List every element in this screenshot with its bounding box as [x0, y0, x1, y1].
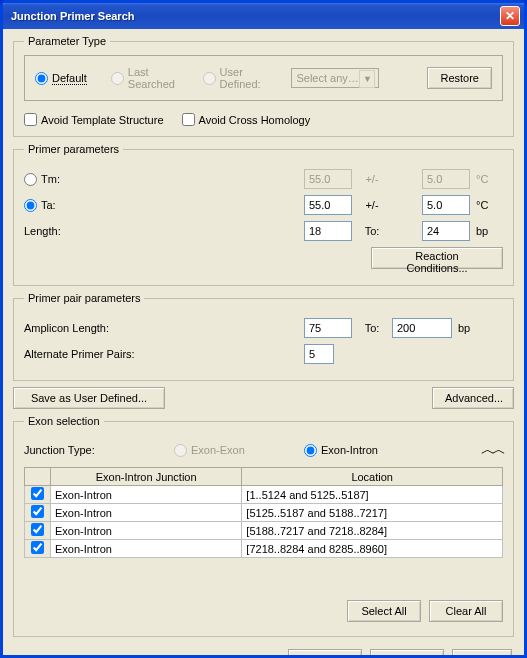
primer-parameters-legend: Primer parameters — [24, 143, 123, 155]
exon-exon-label: Exon-Exon — [191, 444, 245, 456]
row-checkbox[interactable] — [31, 487, 44, 500]
exon-exon-radio: Exon-Exon — [174, 444, 304, 457]
table-location-header[interactable]: Location — [242, 468, 503, 486]
length-from-input[interactable] — [304, 221, 352, 241]
close-icon[interactable]: ✕ — [500, 6, 520, 26]
row-checkbox-cell[interactable] — [25, 522, 51, 540]
select-all-button[interactable]: Select All — [347, 600, 421, 622]
restore-button[interactable]: Restore — [427, 67, 492, 89]
primer-parameters-group: Primer parameters Tm: +/- °C Ta: +/- °C — [13, 143, 514, 286]
primer-pair-parameters-legend: Primer pair parameters — [24, 292, 144, 304]
alternate-pairs-label: Alternate Primer Pairs: — [24, 348, 304, 360]
default-radio-label: Default — [52, 72, 87, 85]
reaction-conditions-button[interactable]: Reaction Conditions... — [371, 247, 503, 269]
tm-pm-label: +/- — [352, 173, 392, 185]
exon-intron-radio[interactable]: Exon-Intron — [304, 444, 378, 457]
parameter-type-legend: Parameter Type — [24, 35, 110, 47]
row-location: [5188..7217 and 7218..8284] — [242, 522, 503, 540]
row-checkbox-cell[interactable] — [25, 486, 51, 504]
exon-intron-label: Exon-Intron — [321, 444, 378, 456]
avoid-template-label: Avoid Template Structure — [41, 114, 164, 126]
table-check-header — [25, 468, 51, 486]
avoid-cross-label: Avoid Cross Homology — [199, 114, 311, 126]
length-to-input[interactable] — [422, 221, 470, 241]
parameter-type-group: Parameter Type Default Last Searched Use… — [13, 35, 514, 137]
exon-selection-legend: Exon selection — [24, 415, 104, 427]
ta-value-input[interactable] — [304, 195, 352, 215]
table-row[interactable]: Exon-Intron[1..5124 and 5125..5187] — [25, 486, 503, 504]
row-location: [1..5124 and 5125..5187] — [242, 486, 503, 504]
amplicon-from-input[interactable] — [304, 318, 352, 338]
primer-pair-parameters-group: Primer pair parameters Amplicon Length: … — [13, 292, 514, 381]
row-checkbox[interactable] — [31, 523, 44, 536]
cancel-button[interactable]: Cancel — [370, 649, 444, 658]
ta-pm-label: +/- — [352, 199, 392, 211]
tm-tol-input — [422, 169, 470, 189]
table-junction-header[interactable]: Exon-Intron Junction — [51, 468, 242, 486]
user-defined-select: Select any… — [291, 68, 379, 88]
row-location: [7218..8284 and 8285..8960] — [242, 540, 503, 558]
collapse-icon[interactable]: ︿︿ — [481, 441, 503, 459]
avoid-template-checkbox[interactable]: Avoid Template Structure — [24, 113, 164, 126]
amplicon-to-input[interactable] — [392, 318, 452, 338]
help-button[interactable]: Help — [452, 649, 512, 658]
table-row[interactable]: Exon-Intron[5188..7217 and 7218..8284] — [25, 522, 503, 540]
row-junction: Exon-Intron — [51, 486, 242, 504]
table-row[interactable]: Exon-Intron[5125..5187 and 5188..7217] — [25, 504, 503, 522]
exon-selection-group: Exon selection Junction Type: Exon-Exon … — [13, 415, 514, 637]
titlebar: Junction Primer Search ✕ — [3, 3, 524, 29]
clear-all-button[interactable]: Clear All — [429, 600, 503, 622]
user-defined-radio: User Defined: — [203, 66, 268, 90]
row-junction: Exon-Intron — [51, 540, 242, 558]
length-bp-label: bp — [470, 225, 500, 237]
row-checkbox[interactable] — [31, 505, 44, 518]
last-searched-radio: Last Searched — [111, 66, 179, 90]
tm-degc-label: °C — [470, 173, 500, 185]
length-to-label: To: — [352, 225, 392, 237]
alternate-pairs-input[interactable] — [304, 344, 334, 364]
user-defined-select-text: Select any… — [296, 72, 358, 84]
table-row[interactable]: Exon-Intron[7218..8284 and 8285..8960] — [25, 540, 503, 558]
ta-radio[interactable]: Ta: — [24, 199, 134, 212]
row-location: [5125..5187 and 5188..7217] — [242, 504, 503, 522]
row-checkbox-cell[interactable] — [25, 504, 51, 522]
save-as-user-defined-button[interactable]: Save as User Defined... — [13, 387, 165, 409]
tm-value-input — [304, 169, 352, 189]
tm-label: Tm: — [41, 173, 60, 185]
default-radio[interactable]: Default — [35, 72, 87, 85]
amplicon-bp-label: bp — [452, 322, 482, 334]
amplicon-length-label: Amplicon Length: — [24, 322, 304, 334]
ta-tol-input[interactable] — [422, 195, 470, 215]
search-button[interactable]: Search — [288, 649, 362, 658]
advanced-button[interactable]: Advanced... — [432, 387, 514, 409]
junction-type-label: Junction Type: — [24, 444, 174, 456]
window-title: Junction Primer Search — [7, 10, 500, 22]
amplicon-to-label: To: — [352, 322, 392, 334]
ta-degc-label: °C — [470, 199, 500, 211]
junction-table: Exon-Intron Junction Location Exon-Intro… — [24, 467, 503, 558]
row-checkbox[interactable] — [31, 541, 44, 554]
avoid-cross-checkbox[interactable]: Avoid Cross Homology — [182, 113, 311, 126]
user-defined-label: User Defined: — [220, 66, 268, 90]
row-checkbox-cell[interactable] — [25, 540, 51, 558]
row-junction: Exon-Intron — [51, 504, 242, 522]
tm-radio[interactable]: Tm: — [24, 173, 134, 186]
length-label: Length: — [24, 225, 134, 237]
ta-label: Ta: — [41, 199, 56, 211]
last-searched-label: Last Searched — [128, 66, 179, 90]
row-junction: Exon-Intron — [51, 522, 242, 540]
